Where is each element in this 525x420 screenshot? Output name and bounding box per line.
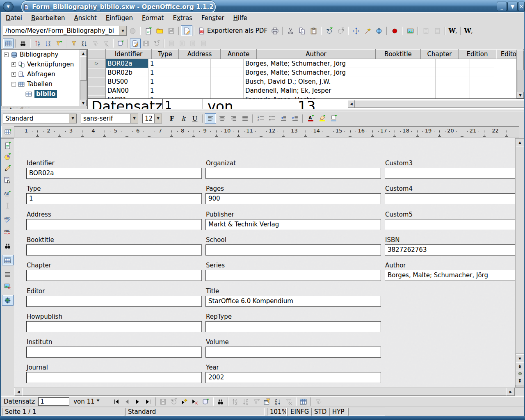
table-cell[interactable] — [401, 68, 436, 77]
status-hyperlink-mode[interactable]: HYP — [329, 408, 347, 416]
edit-file-button[interactable] — [181, 25, 192, 36]
last-record-button[interactable] — [143, 397, 154, 406]
background-color-button[interactable] — [328, 113, 339, 124]
table-cell[interactable]: 1 — [148, 68, 172, 77]
draw-functions-button[interactable] — [2, 163, 14, 173]
align-left-button[interactable] — [205, 113, 216, 124]
tree-item-verknüpfungen[interactable]: Verknüpfungen — [2, 59, 87, 69]
table-cell[interactable] — [211, 68, 244, 77]
form-field-custom3[interactable] — [385, 168, 515, 179]
column-header-address[interactable]: Address — [179, 49, 221, 59]
font-combobox[interactable]: sans-serif ▼ — [81, 114, 138, 123]
column-header-booktitle[interactable]: Booktitle — [376, 49, 421, 59]
font-dropdown-icon[interactable]: ▼ — [130, 114, 138, 123]
apply-filter-button[interactable] — [90, 39, 100, 48]
table-cell[interactable] — [401, 86, 436, 95]
find-replace-button[interactable] — [2, 240, 14, 251]
fontsize-value[interactable]: 12 — [143, 115, 154, 122]
menu-item-format[interactable]: Format — [137, 12, 168, 24]
ruler-scale[interactable]: 12345678910111213141516171819202122 — [14, 126, 519, 137]
form-field-custom5[interactable] — [385, 219, 515, 230]
autotext-button[interactable]: AB — [2, 189, 14, 199]
export-pdf-button[interactable]: PDFExportieren als PDF — [196, 27, 269, 34]
undo-button[interactable] — [323, 25, 335, 36]
url-value[interactable]: /home/Meyer/Form_Bibliography_bi — [3, 27, 119, 34]
form-field-howpublish[interactable] — [26, 321, 202, 332]
print-button[interactable] — [269, 25, 281, 36]
undo-data-button[interactable] — [151, 39, 162, 48]
form-field-organizat[interactable] — [205, 168, 381, 179]
datasource-button[interactable] — [2, 255, 14, 265]
decrease-indent-button[interactable] — [278, 113, 289, 124]
open-document-button[interactable] — [154, 25, 165, 36]
close-button[interactable]: ✕ — [518, 2, 525, 11]
row-selector[interactable] — [88, 77, 106, 86]
underline-button[interactable]: U — [189, 113, 201, 124]
table-cell[interactable]: Borges, Malte; Schumacher, Jörg — [244, 59, 359, 68]
table-cell[interactable] — [359, 77, 401, 86]
table-cell[interactable] — [470, 77, 494, 86]
table-cell[interactable] — [436, 68, 470, 77]
refresh-data-button[interactable] — [115, 39, 126, 48]
italic-button[interactable]: k — [178, 113, 189, 124]
form-field-title[interactable]: StarOffice 6.0 Kompendium — [205, 296, 381, 307]
table-cell[interactable] — [436, 86, 470, 95]
save-record-button[interactable] — [141, 39, 151, 48]
table-cell[interactable]: 1 — [148, 86, 172, 95]
graphics-onoff-button[interactable] — [2, 281, 14, 291]
table-cell[interactable]: 1 — [148, 59, 172, 68]
find-record-button[interactable] — [215, 397, 226, 406]
table-cell[interactable] — [436, 59, 470, 68]
autofilter-button[interactable] — [54, 39, 64, 48]
hyperlink-button[interactable] — [373, 25, 385, 36]
status-zoom[interactable]: 101% — [267, 408, 287, 416]
maximize-button[interactable]: ▼ — [507, 2, 518, 11]
sort-ascending-button[interactable]: AZ — [32, 39, 43, 48]
export-pdf-label[interactable]: Exportieren als PDF — [207, 27, 267, 34]
apply-filter-button[interactable] — [313, 397, 324, 406]
menu-item-datei[interactable]: Datei — [1, 12, 27, 24]
menu-item-extras[interactable]: Extras — [168, 12, 196, 24]
table-cell[interactable] — [359, 95, 401, 98]
table-cell[interactable]: BOR02b — [106, 68, 148, 77]
row-selector[interactable] — [88, 95, 106, 98]
insert-object-button[interactable] — [2, 151, 14, 162]
form-field-institutn[interactable] — [26, 347, 202, 358]
record-bar-scrollbar-thumb[interactable] — [355, 100, 524, 108]
form-field-editor[interactable] — [26, 296, 202, 307]
table-cell[interactable]: Dandenell, Malin; Ek, Jesper — [244, 86, 359, 95]
form-field-booktitle[interactable] — [26, 244, 202, 256]
bullet-list-button[interactable] — [266, 113, 278, 124]
next-record-button[interactable] — [132, 397, 143, 406]
column-header-author[interactable]: Author — [257, 49, 376, 59]
table-cell[interactable] — [436, 95, 470, 98]
sort-button[interactable]: ZA — [79, 39, 90, 48]
datasource-view-button[interactable] — [3, 39, 14, 48]
new-document-button[interactable] — [142, 25, 154, 36]
form-field-reptype[interactable] — [205, 321, 381, 332]
table-cell[interactable] — [470, 86, 494, 95]
undo-entry-button[interactable] — [169, 397, 179, 406]
sort-descending-button[interactable]: ZA — [43, 39, 54, 48]
autofilter-button[interactable] — [251, 397, 262, 406]
row-selector[interactable] — [88, 86, 106, 95]
spellcheck-button[interactable]: ABC — [2, 215, 14, 225]
form-field-pages[interactable]: 900 — [205, 193, 381, 204]
align-right-button[interactable] — [228, 113, 239, 124]
tree-item-label[interactable]: Bibliography — [20, 51, 58, 58]
table-cell[interactable]: 1 — [148, 95, 172, 98]
collapse-icon[interactable] — [4, 52, 9, 57]
menu-item-bearbeiten[interactable]: Bearbeiten — [27, 12, 69, 24]
form-field-address[interactable] — [26, 219, 202, 230]
url-dropdown-icon[interactable]: ▼ — [119, 26, 126, 35]
first-record-button[interactable] — [111, 397, 122, 406]
datasource-as-table-button[interactable] — [298, 397, 309, 406]
column-header-annote[interactable]: Annote — [221, 49, 257, 59]
new-record-button[interactable] — [179, 397, 190, 406]
form-field-custom4[interactable] — [385, 193, 515, 204]
fontsize-combobox[interactable]: 12 ▼ — [142, 114, 162, 123]
form-field-school[interactable] — [205, 244, 381, 256]
insert-button[interactable] — [2, 140, 14, 151]
record-bar-scroll-left-icon[interactable]: ◀ — [348, 100, 355, 108]
table-cell[interactable]: 1 — [148, 77, 172, 86]
